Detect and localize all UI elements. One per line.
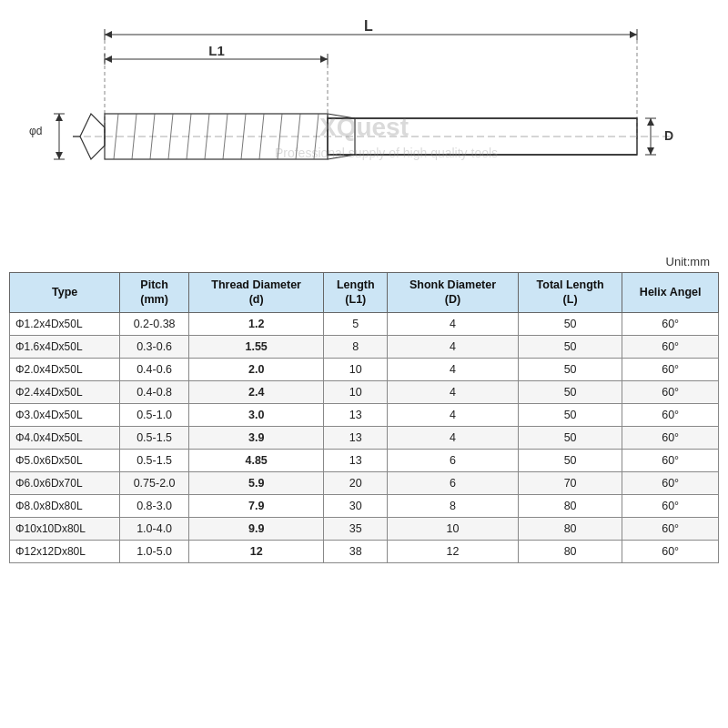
cell-row8-col0: Φ8.0x8Dx80L [10,494,120,517]
table-row: Φ2.4x4Dx50L0.4-0.82.41045060° [10,380,719,403]
cell-row5-col1: 0.5-1.5 [120,426,189,449]
cell-row7-col6: 60° [622,471,719,494]
cell-row0-col3: 5 [324,312,388,335]
cell-row2-col1: 0.4-0.6 [120,358,189,380]
cell-row1-col5: 50 [518,335,622,358]
cell-row9-col6: 60° [622,517,719,540]
table-header-row: Type Pitch(mm) Thread Diameter(d) Length… [10,273,719,313]
cell-row5-col5: 50 [518,426,622,449]
cell-row8-col2: 7.9 [188,494,323,517]
cell-row8-col5: 80 [518,494,622,517]
cell-row4-col5: 50 [518,403,622,426]
cell-row2-col0: Φ2.0x4Dx50L [10,358,120,380]
cell-row2-col2: 2.0 [188,358,323,380]
cell-row3-col5: 50 [518,380,622,403]
svg-text:L: L [364,18,373,34]
cell-row4-col1: 0.5-1.0 [120,403,189,426]
table-row: Φ2.0x4Dx50L0.4-0.62.01045060° [10,358,719,380]
table-row: Φ6.0x6Dx70L0.75-2.05.92067060° [10,471,719,494]
col-header-shank-diameter: Shonk Diameter(D) [388,273,519,313]
svg-text:L1: L1 [208,43,225,58]
svg-marker-10 [320,56,328,63]
cell-row6-col0: Φ5.0x6Dx50L [10,449,120,471]
cell-row0-col0: Φ1.2x4Dx50L [10,312,120,335]
cell-row9-col4: 10 [388,517,519,540]
cell-row0-col2: 1.2 [188,312,323,335]
cell-row10-col6: 60° [622,540,719,562]
cell-row8-col4: 8 [388,494,519,517]
cell-row9-col5: 80 [518,517,622,540]
cell-row7-col4: 6 [388,471,519,494]
cell-row3-col2: 2.4 [188,380,323,403]
cell-row3-col3: 10 [324,380,388,403]
svg-marker-23 [647,147,654,155]
svg-marker-9 [105,56,112,63]
cell-row5-col4: 4 [388,426,519,449]
cell-row6-col6: 60° [622,449,719,471]
cell-row2-col6: 60° [622,358,719,380]
cell-row10-col1: 1.0-5.0 [120,540,189,562]
cell-row4-col6: 60° [622,403,719,426]
cell-row9-col3: 35 [324,517,388,540]
cell-row4-col2: 3.0 [188,403,323,426]
cell-row0-col6: 60° [622,312,719,335]
svg-marker-44 [56,152,63,159]
cell-row4-col3: 13 [324,403,388,426]
cell-row3-col4: 4 [388,380,519,403]
col-header-thread-diameter: Thread Diameter(d) [188,273,323,313]
cell-row7-col0: Φ6.0x6Dx70L [10,471,120,494]
cell-row10-col3: 38 [324,540,388,562]
cell-row6-col2: 4.85 [188,449,323,471]
table-row: Φ3.0x4Dx50L0.5-1.03.01345060° [10,403,719,426]
cell-row9-col2: 9.9 [188,517,323,540]
cell-row8-col3: 30 [324,494,388,517]
cell-row5-col6: 60° [622,426,719,449]
svg-marker-22 [647,118,654,126]
cell-row6-col1: 0.5-1.5 [120,449,189,471]
page-container: L L1 D [0,0,728,728]
table-row: Φ1.6x4Dx50L0.3-0.61.55845060° [10,335,719,358]
col-header-pitch: Pitch(mm) [120,273,189,313]
table-row: Φ8.0x8Dx80L0.8-3.07.93088060° [10,494,719,517]
cell-row1-col4: 4 [388,335,519,358]
cell-row2-col5: 50 [518,358,622,380]
table-row: Φ4.0x4Dx50L0.5-1.53.91345060° [10,426,719,449]
cell-row4-col0: Φ3.0x4Dx50L [10,403,120,426]
table-row: Φ5.0x6Dx50L0.5-1.54.851365060° [10,449,719,471]
svg-marker-4 [630,31,637,38]
unit-label: Unit:mm [0,255,728,272]
cell-row9-col0: Φ10x10Dx80L [10,517,120,540]
cell-row10-col0: Φ12x12Dx80L [10,540,120,562]
cell-row3-col0: Φ2.4x4Dx50L [10,380,120,403]
drawing-area: L L1 D [0,0,728,255]
cell-row1-col0: Φ1.6x4Dx50L [10,335,120,358]
specs-table: Type Pitch(mm) Thread Diameter(d) Length… [9,272,719,563]
cell-row4-col4: 4 [388,403,519,426]
col-header-helix-angle: Helix Angel [622,273,719,313]
cell-row8-col1: 0.8-3.0 [120,494,189,517]
table-row: Φ12x12Dx80L1.0-5.01238128060° [10,540,719,562]
col-header-total-length: Total Length(L) [518,273,622,313]
svg-text:D: D [664,128,673,143]
cell-row1-col6: 60° [622,335,719,358]
svg-text:φd: φd [29,125,42,137]
cell-row10-col2: 12 [188,540,323,562]
table-row: Φ10x10Dx80L1.0-4.09.935108060° [10,517,719,540]
cell-row7-col3: 20 [324,471,388,494]
cell-row8-col6: 60° [622,494,719,517]
cell-row1-col2: 1.55 [188,335,323,358]
svg-marker-43 [56,114,63,121]
cell-row1-col3: 8 [324,335,388,358]
col-header-length: Length(L1) [324,273,388,313]
cell-row3-col1: 0.4-0.8 [120,380,189,403]
cell-row0-col4: 4 [388,312,519,335]
cell-row3-col6: 60° [622,380,719,403]
cell-row1-col1: 0.3-0.6 [120,335,189,358]
cell-row10-col4: 12 [388,540,519,562]
cell-row5-col3: 13 [324,426,388,449]
cell-row5-col0: Φ4.0x4Dx50L [10,426,120,449]
cell-row6-col3: 13 [324,449,388,471]
cell-row0-col5: 50 [518,312,622,335]
cell-row7-col1: 0.75-2.0 [120,471,189,494]
cell-row6-col5: 50 [518,449,622,471]
